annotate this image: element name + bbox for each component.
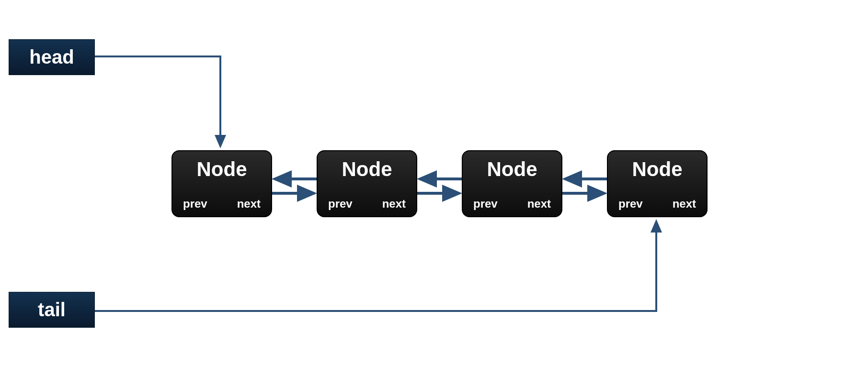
node-3-prev-label: prev (473, 197, 498, 211)
tail-pointer-label: tail (38, 299, 66, 320)
tail-arrow (95, 221, 656, 311)
node-1: Node prev next (171, 150, 272, 217)
arrows-layer (0, 0, 868, 377)
node-2-prev-label: prev (328, 197, 353, 211)
head-arrow (95, 56, 220, 146)
head-pointer-label: head (29, 46, 74, 67)
node-3-title: Node (463, 158, 561, 181)
node-4: Node prev next (607, 150, 708, 217)
node-1-title: Node (172, 158, 271, 181)
head-pointer-box: head (9, 39, 95, 75)
node-4-next-label: next (673, 197, 696, 211)
node-2-title: Node (318, 158, 416, 181)
node-4-prev-label: prev (618, 197, 643, 211)
node-3-next-label: next (527, 197, 551, 211)
node-2-next-label: next (382, 197, 406, 211)
node-3: Node prev next (462, 150, 562, 217)
tail-pointer-box: tail (9, 292, 95, 328)
node-4-title: Node (608, 158, 707, 181)
node-1-next-label: next (237, 197, 261, 211)
node-2: Node prev next (317, 150, 417, 217)
node-1-prev-label: prev (183, 197, 207, 211)
